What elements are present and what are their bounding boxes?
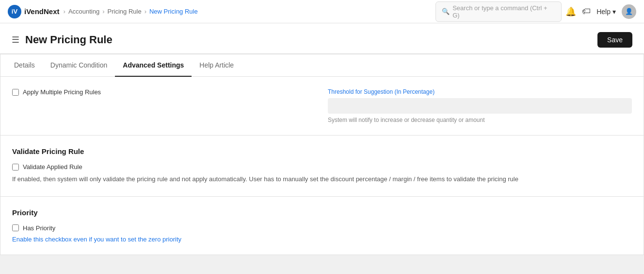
tabs: Details Dynamic Condition Advanced Setti…: [0, 54, 644, 77]
logo-icon: iV: [8, 5, 21, 18]
has-priority-checkbox[interactable]: [12, 224, 19, 231]
breadcrumb-sep-2: ›: [102, 8, 104, 15]
apply-multiple-label: Apply Multiple Pricing Rules: [23, 88, 101, 96]
navbar: iV iVendNext › Accounting › Pricing Rule…: [0, 0, 644, 23]
priority-heading: Priority: [12, 208, 632, 217]
apply-multiple-row: Apply Multiple Pricing Rules: [12, 88, 316, 96]
tag-icon[interactable]: 🏷: [582, 6, 591, 17]
help-menu[interactable]: Help ▾: [596, 8, 616, 16]
save-button[interactable]: Save: [597, 32, 632, 48]
hamburger-icon[interactable]: ☰: [12, 34, 19, 45]
page-header: ☰ New Pricing Rule Save: [0, 23, 644, 54]
apply-multiple-checkbox[interactable]: [12, 89, 19, 96]
priority-hint: Enable this checkbox even if you want to…: [12, 236, 632, 243]
apply-multiple-section: Apply Multiple Pricing Rules Threshold f…: [0, 77, 644, 136]
breadcrumb-sep-3: ›: [145, 8, 146, 15]
has-priority-row: Has Priority: [12, 224, 632, 232]
has-priority-label: Has Priority: [23, 224, 55, 232]
tab-details[interactable]: Details: [12, 54, 43, 77]
threshold-hint: System will notify to increase or decrea…: [328, 117, 632, 123]
validate-description: If enabled, then system will only valida…: [12, 174, 632, 185]
tab-advanced-settings[interactable]: Advanced Settings: [115, 54, 192, 77]
page-header-left: ☰ New Pricing Rule: [12, 34, 113, 46]
search-bar[interactable]: 🔍 Search or type a command (Ctrl + G): [435, 1, 562, 22]
validate-applied-label: Validate Applied Rule: [23, 163, 82, 171]
breadcrumb-accounting[interactable]: Accounting: [68, 8, 99, 15]
validate-applied-row: Validate Applied Rule: [12, 163, 632, 171]
threshold-label: Threshold for Suggestion (In Percentage): [328, 88, 632, 95]
section-row-1: Apply Multiple Pricing Rules Threshold f…: [12, 88, 632, 123]
chevron-down-icon: ▾: [612, 8, 616, 16]
breadcrumb: › Accounting › Pricing Rule › New Pricin…: [64, 8, 198, 15]
page-title: New Pricing Rule: [25, 34, 113, 46]
help-label: Help: [596, 8, 611, 16]
validate-heading: Validate Pricing Rule: [12, 147, 632, 155]
app-name: iVendNext: [24, 7, 60, 16]
avatar[interactable]: 👤: [622, 4, 636, 19]
threshold-input[interactable]: [328, 98, 632, 114]
search-placeholder: Search or type a command (Ctrl + G): [452, 4, 555, 19]
main-content: Details Dynamic Condition Advanced Setti…: [0, 54, 644, 255]
breadcrumb-sep-1: ›: [64, 8, 65, 15]
app-logo[interactable]: iV iVendNext: [8, 5, 60, 18]
threshold-right: Threshold for Suggestion (In Percentage)…: [328, 88, 632, 123]
validate-applied-checkbox[interactable]: [12, 164, 19, 171]
breadcrumb-new-pricing-rule: New Pricing Rule: [149, 8, 198, 15]
priority-section: Priority Has Priority Enable this checkb…: [0, 197, 644, 255]
tab-help-article[interactable]: Help Article: [192, 54, 242, 77]
search-icon: 🔍: [442, 8, 450, 15]
tab-dynamic-condition[interactable]: Dynamic Condition: [43, 54, 115, 77]
card: Details Dynamic Condition Advanced Setti…: [0, 54, 644, 255]
bell-icon[interactable]: 🔔: [565, 6, 576, 17]
navbar-actions: 🔔 🏷 Help ▾ 👤: [565, 4, 636, 19]
breadcrumb-pricing-rule[interactable]: Pricing Rule: [108, 8, 142, 15]
apply-multiple-left: Apply Multiple Pricing Rules: [12, 88, 316, 123]
validate-section: Validate Pricing Rule Validate Applied R…: [0, 136, 644, 197]
